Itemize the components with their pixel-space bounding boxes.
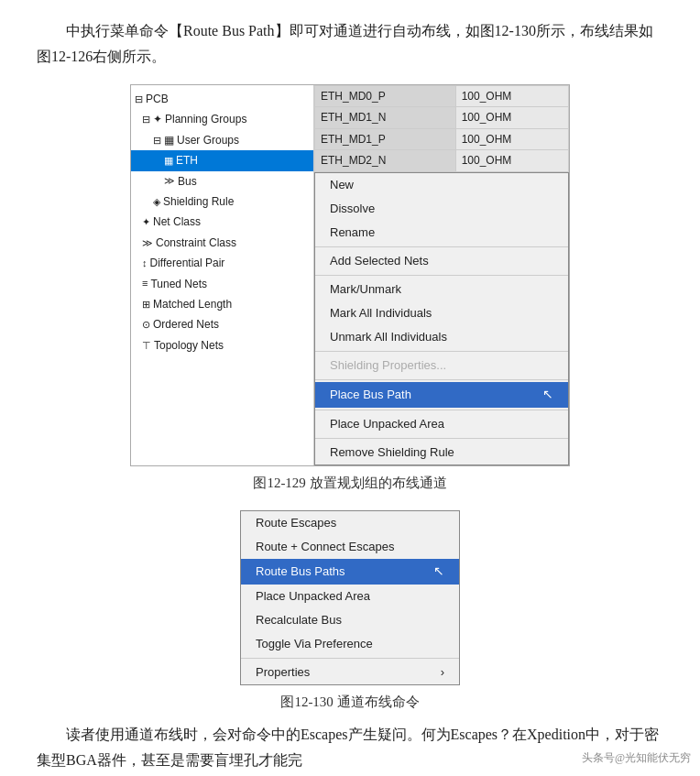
tree-item-bus[interactable]: ≫ Bus bbox=[131, 171, 313, 191]
usergroups-icon: ⊟ bbox=[153, 132, 161, 149]
cm-rename[interactable]: Rename bbox=[315, 221, 568, 245]
diffpair-icon: ↕ bbox=[142, 255, 148, 272]
props-row-4: ETH_MD2_N 100_OHM bbox=[315, 150, 569, 171]
orderednets-icon: ⊙ bbox=[142, 316, 150, 333]
route-menu: Route Escapes Route + Connect Escapes Ro… bbox=[240, 510, 460, 685]
cm-add-selected-nets[interactable]: Add Selected Nets bbox=[315, 249, 568, 273]
props-name-3: ETH_MD1_P bbox=[315, 128, 456, 149]
cm-place-unpacked-area[interactable]: Place Unpacked Area bbox=[241, 585, 459, 608]
cm-place-bus-path-label: Place Bus Path bbox=[330, 385, 411, 405]
cm-cursor-icon: ↖ bbox=[542, 384, 553, 406]
netclass-icon: ✦ bbox=[142, 213, 150, 231]
tree-label-tunednets: Tuned Nets bbox=[150, 275, 207, 293]
tree-label-matchedlength: Matched Length bbox=[153, 295, 232, 313]
tree-item-eth[interactable]: ▦ ETH bbox=[131, 150, 313, 170]
figure-2: Route Escapes Route + Connect Escapes Ro… bbox=[37, 510, 663, 715]
tree-item-topologynets[interactable]: ⊤ Topology Nets bbox=[131, 335, 313, 355]
tree-label-usergroups: User Groups bbox=[177, 131, 239, 149]
matchedlength-icon: ⊞ bbox=[142, 296, 150, 313]
tree-label-topologynets: Topology Nets bbox=[154, 336, 224, 355]
tree-item-pcb[interactable]: ⊟ PCB bbox=[131, 89, 313, 109]
cm-shielding-props: Shielding Properties... bbox=[315, 354, 568, 377]
bus-icon: ≫ bbox=[164, 172, 175, 190]
cm-toggle-via[interactable]: Toggle Via Preference bbox=[241, 632, 459, 656]
props-name-4: ETH_MD2_N bbox=[315, 150, 456, 171]
cm-route-bus-paths-label: Route Bus Paths bbox=[256, 562, 345, 582]
tree-item-orderednets[interactable]: ⊙ Ordered Nets bbox=[131, 314, 313, 334]
planning-icon: ⊟ bbox=[142, 111, 150, 128]
cm-sep-5 bbox=[315, 410, 568, 410]
tree-label-shielding: Shielding Rule bbox=[163, 192, 234, 211]
tree-item-usergroups[interactable]: ⊟ ▦ User Groups bbox=[131, 130, 313, 150]
tree-label-eth: ETH bbox=[176, 151, 198, 169]
tree-item-planning[interactable]: ⊟ ✦ Planning Groups bbox=[131, 109, 313, 129]
props-row-2: ETH_MD1_N 100_OHM bbox=[315, 107, 569, 128]
tree-item-matchedlength[interactable]: ⊞ Matched Length bbox=[131, 294, 313, 314]
props-name-1: ETH_MD0_P bbox=[315, 86, 456, 107]
cm-place-bus-path[interactable]: Place Bus Path ↖ bbox=[315, 382, 568, 408]
constraint-icon: ≫ bbox=[142, 235, 153, 252]
cm-recalculate-bus[interactable]: Recalculate Bus bbox=[241, 608, 459, 632]
pcb-panel: ⊟ PCB ⊟ ✦ Planning Groups ⊟ ▦ User Group… bbox=[130, 84, 570, 466]
cm-unmark-all[interactable]: Unmark All Individuals bbox=[315, 325, 568, 349]
figure-2-caption: 图12-130 通道布线命令 bbox=[280, 691, 419, 715]
tree-item-shielding[interactable]: ◈ Shielding Rule bbox=[131, 191, 313, 212]
props-table: ETH_MD0_P 100_OHM ETH_MD1_N 100_OHM ETH_… bbox=[314, 85, 569, 172]
cm-sep-6 bbox=[315, 438, 568, 439]
cm-route-connect-escapes[interactable]: Route + Connect Escapes bbox=[241, 535, 459, 559]
cm-place-unpacked[interactable]: Place Unpacked Area bbox=[315, 412, 568, 436]
cm-properties-label: Properties bbox=[256, 662, 310, 683]
props-name-2: ETH_MD1_N bbox=[315, 107, 456, 128]
cm-arrow-icon: › bbox=[441, 662, 444, 683]
cm-dissolve[interactable]: Dissolve bbox=[315, 197, 568, 221]
tree-label-pcb: PCB bbox=[146, 90, 169, 108]
tree-label-diffpair: Differential Pair bbox=[150, 254, 225, 272]
props-row-3: ETH_MD1_P 100_OHM bbox=[315, 128, 569, 149]
props-value-2: 100_OHM bbox=[455, 107, 568, 128]
route-sep-1 bbox=[241, 658, 459, 659]
cm-remove-shielding[interactable]: Remove Shielding Rule bbox=[315, 441, 568, 465]
tree-item-diffpair[interactable]: ↕ Differential Pair bbox=[131, 253, 313, 273]
shielding-icon: ◈ bbox=[153, 193, 160, 211]
figure-1-caption: 图12-129 放置规划组的布线通道 bbox=[253, 472, 446, 496]
cm-mark-unmark[interactable]: Mark/Unmark bbox=[315, 278, 568, 301]
watermark: 头条号@光知能伏无穷 bbox=[582, 749, 691, 767]
figure-1: ⊟ PCB ⊟ ✦ Planning Groups ⊟ ▦ User Group… bbox=[37, 84, 663, 496]
cm-sep-3 bbox=[315, 351, 568, 352]
cm-route-cursor-icon: ↖ bbox=[433, 561, 444, 583]
tree-item-netclass[interactable]: ✦ Net Class bbox=[131, 212, 313, 232]
cm-sep-1 bbox=[315, 246, 568, 247]
tree-item-constraint[interactable]: ≫ Constraint Class bbox=[131, 233, 313, 253]
topologynets-icon: ⊤ bbox=[142, 337, 151, 355]
cm-route-bus-paths[interactable]: Route Bus Paths ↖ bbox=[241, 559, 459, 585]
eth-icon: ▦ bbox=[164, 152, 173, 169]
cm-sep-2 bbox=[315, 275, 568, 276]
cm-mark-all[interactable]: Mark All Individuals bbox=[315, 301, 568, 325]
paragraph-1: 中执行菜单命令【Route Bus Path】即可对通道进行自动布线，如图12-… bbox=[37, 18, 663, 70]
paragraph-2: 读者使用通道布线时，会对命令中的Escapes产生疑问。何为Escapes？在X… bbox=[37, 722, 663, 773]
tree-panel: ⊟ PCB ⊟ ✦ Planning Groups ⊟ ▦ User Group… bbox=[131, 85, 314, 465]
tunednets-icon: ≡ bbox=[142, 275, 148, 292]
tree-label-bus: Bus bbox=[178, 172, 197, 191]
pcb-icon: ⊟ bbox=[135, 91, 143, 108]
usergroups-folder-icon: ▦ bbox=[164, 131, 174, 149]
planning-folder-icon: ✦ bbox=[153, 110, 162, 128]
props-value-1: 100_OHM bbox=[455, 86, 568, 107]
props-value-3: 100_OHM bbox=[455, 128, 568, 149]
tree-label-constraint: Constraint Class bbox=[156, 234, 236, 252]
tree-label-planning: Planning Groups bbox=[165, 110, 246, 128]
context-menu-1: New Dissolve Rename Add Selected Nets Ma… bbox=[314, 172, 569, 466]
tree-label-netclass: Net Class bbox=[153, 213, 201, 231]
cm-sep-4 bbox=[315, 379, 568, 380]
cm-properties[interactable]: Properties › bbox=[241, 661, 459, 684]
right-panel: ETH_MD0_P 100_OHM ETH_MD1_N 100_OHM ETH_… bbox=[314, 85, 569, 465]
tree-item-tunednets[interactable]: ≡ Tuned Nets bbox=[131, 274, 313, 294]
cm-new[interactable]: New bbox=[315, 173, 568, 197]
props-value-4: 100_OHM bbox=[455, 150, 568, 171]
props-row-1: ETH_MD0_P 100_OHM bbox=[315, 86, 569, 107]
tree-label-orderednets: Ordered Nets bbox=[153, 315, 219, 333]
cm-route-escapes[interactable]: Route Escapes bbox=[241, 511, 459, 535]
